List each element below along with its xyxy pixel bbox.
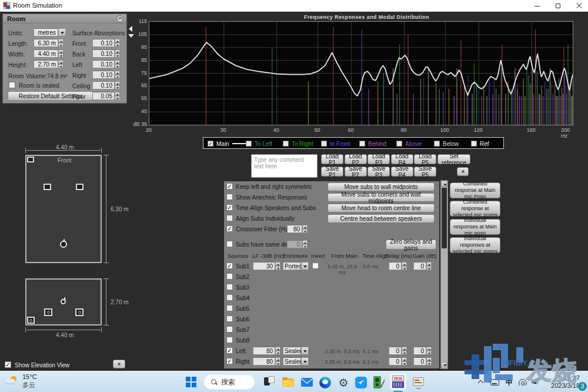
source-lf[interactable]: 80 [253, 347, 275, 355]
absorption-front-spinner[interactable] [115, 39, 120, 47]
load-preset-button[interactable]: Load P3 [368, 154, 390, 164]
spin-down-icon[interactable] [115, 85, 120, 89]
absorption-front[interactable]: 0.10 [92, 39, 115, 47]
legend-item-above[interactable]: Above [396, 140, 422, 147]
legend-item-ref[interactable]: Ref [471, 140, 489, 147]
units-select[interactable]: metres [34, 28, 58, 36]
option-value-spinner[interactable] [302, 240, 308, 248]
absorption-back[interactable]: 0.10 [92, 49, 115, 58]
spin-up-icon[interactable] [115, 81, 120, 85]
legend-checkbox[interactable] [321, 141, 327, 147]
controls-scrollbar[interactable] [440, 180, 448, 369]
source-delay[interactable]: 0 [389, 347, 402, 355]
absorption-back-spinner[interactable] [115, 49, 120, 58]
legend-checkbox[interactable] [246, 141, 252, 147]
save-preset-button[interactable]: Save P2 [345, 167, 367, 177]
load-preset-button[interactable]: Load P2 [345, 154, 367, 164]
elevation-sub-icon[interactable] [27, 317, 35, 324]
source-delay[interactable]: 0 [389, 357, 402, 366]
source-checkbox-sub5[interactable] [226, 305, 233, 311]
response-button-1[interactable]: Combined response at selected mic posns [450, 201, 500, 217]
save-preset-button[interactable]: Save P4 [391, 167, 413, 177]
option-value[interactable]: 80 [287, 225, 302, 233]
absorption-left[interactable]: 0.10 [92, 60, 115, 68]
spin-up-icon[interactable] [58, 49, 64, 54]
spin-down-icon[interactable] [402, 351, 407, 355]
spin-down-icon[interactable] [402, 266, 407, 270]
response-button-0[interactable]: Combined response at Main mic Posn [450, 182, 500, 198]
option-value[interactable]: 0 [287, 240, 302, 248]
source-checkbox-sub3[interactable] [226, 284, 233, 290]
spin-up-icon[interactable] [426, 357, 432, 361]
source-gain-spinner[interactable] [426, 357, 432, 366]
source-gain[interactable]: 0 [413, 262, 426, 270]
load-preset-button[interactable]: Load P4 [391, 154, 413, 164]
legend-item-main[interactable]: ✓Main [208, 140, 250, 147]
spin-down-icon[interactable] [58, 54, 64, 58]
spin-up-icon[interactable] [115, 71, 120, 75]
messenger-icon[interactable] [354, 376, 368, 390]
spin-up-icon[interactable] [115, 92, 120, 96]
move-button[interactable]: Move subs to wall midpoints [328, 182, 435, 191]
spin-down-icon[interactable] [302, 229, 308, 233]
source-checkbox-left[interactable]: ✓ [226, 347, 233, 354]
source-gain-spinner[interactable] [426, 347, 432, 355]
rew-app-icon[interactable]: REW [390, 374, 406, 390]
source-enclosure[interactable]: Sealed [283, 357, 301, 366]
zero-delays-gains-button[interactable]: Zero delays and gains [386, 240, 436, 250]
source-invert-checkbox[interactable] [312, 263, 319, 269]
source-enclosure-arrow-icon[interactable] [301, 347, 309, 355]
source-lf[interactable]: 30 [253, 262, 275, 270]
frequency-response-chart[interactable] [149, 21, 573, 125]
absorption-floor[interactable]: 0.05 [92, 92, 115, 100]
source-lf-spinner[interactable] [275, 347, 280, 355]
touch-keyboard-icon[interactable] [490, 379, 499, 386]
elevation-right-speaker-icon[interactable] [75, 308, 83, 316]
load-preset-button[interactable]: Load P1 [321, 154, 343, 164]
file-explorer-icon[interactable] [281, 376, 295, 390]
option-checkbox-subs-have-same-delay[interactable] [226, 241, 233, 247]
spin-down-icon[interactable] [115, 54, 120, 58]
legend-checkbox[interactable] [283, 141, 289, 147]
option-checkbox-keep-left-and-right-symmetric[interactable]: ✓ [226, 183, 233, 190]
legend-item-behind[interactable]: Behind [359, 140, 386, 147]
source-checkbox-sub8[interactable] [226, 337, 233, 343]
spin-down-icon[interactable] [115, 64, 120, 68]
spin-up-icon[interactable] [402, 347, 407, 351]
settings-gear-icon[interactable]: ⚙ [336, 376, 350, 390]
collapse-left-icon[interactable] [129, 26, 132, 32]
legend-checkbox[interactable] [471, 141, 477, 147]
absorption-right[interactable]: 0.10 [92, 71, 115, 79]
start-button[interactable] [186, 377, 196, 387]
load-preset-button[interactable]: Load P5 [414, 154, 436, 164]
source-checkbox-sub2[interactable] [226, 273, 233, 280]
spin-up-icon[interactable] [115, 39, 120, 43]
move-button[interactable]: Move subs to corners and wall midpoints [328, 193, 435, 202]
spin-down-icon[interactable] [275, 266, 280, 270]
collapse-panel-icon[interactable] [116, 15, 123, 22]
option-checkbox-time-align-speakers-and-subs[interactable]: ✓ [226, 204, 233, 211]
chart-camera-icon[interactable] [457, 167, 469, 176]
spin-down-icon[interactable] [115, 96, 120, 100]
right-speaker-icon[interactable] [76, 184, 83, 190]
wifi-icon[interactable] [519, 379, 528, 386]
save-preset-button[interactable]: Save P5 [414, 167, 436, 177]
option-value-spinner[interactable] [302, 225, 308, 233]
scroll-down-icon[interactable] [441, 362, 447, 368]
edge-icon[interactable] [318, 376, 332, 390]
legend-checkbox[interactable]: ✓ [208, 141, 213, 147]
room-field-width-spinner[interactable] [58, 49, 64, 58]
spin-down-icon[interactable] [275, 361, 280, 366]
ime-indicator[interactable]: 中 [506, 378, 513, 388]
absorption-ceiling-spinner[interactable] [115, 81, 120, 89]
response-button-3[interactable]: Individual responses at selected mic pos… [450, 237, 500, 253]
source-checkbox-sub4[interactable] [226, 294, 233, 301]
source-gain[interactable]: 0 [413, 357, 426, 366]
set-reference-button[interactable]: Set reference [437, 154, 470, 164]
move-button[interactable]: Move head to room centre line [328, 204, 435, 212]
option-checkbox-crossover-filter-hz-[interactable]: ✓ [226, 225, 233, 232]
room-field-width[interactable]: 4.40 m [34, 49, 58, 58]
spin-down-icon[interactable] [115, 75, 120, 79]
elevation-left-speaker-icon[interactable] [44, 308, 52, 316]
spin-up-icon[interactable] [58, 60, 64, 64]
